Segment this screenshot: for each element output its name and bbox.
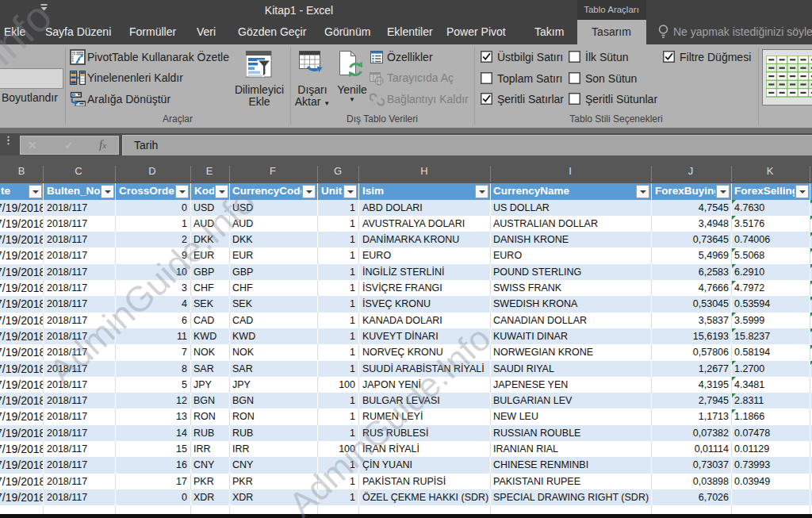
svg-text:AdminGuide.Info: AdminGuide.Info: [0, 0, 60, 240]
svg-text:AdminGuide.Info: AdminGuide.Info: [41, 181, 263, 392]
svg-text:AdminGuide.Info: AdminGuide.Info: [282, 318, 498, 518]
